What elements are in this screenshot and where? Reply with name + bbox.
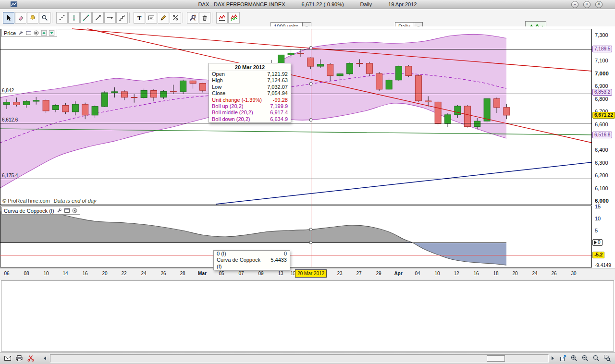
zoom-out-button[interactable] — [580, 353, 590, 363]
window-title: DAX - DAX PERFORMANCE-INDEX 6,671.22 (-0… — [0, 1, 615, 7]
chart-scrollbar[interactable] — [50, 354, 549, 363]
price-panel-header: Price — [1, 29, 57, 37]
eraser-tool[interactable] — [15, 12, 26, 24]
pointer-icon — [5, 14, 12, 22]
zoom-in-icon — [570, 354, 578, 362]
timeframe-label: Daily — [360, 1, 372, 7]
horizontal-ray-icon — [106, 14, 114, 22]
x-axis-label: 20 — [102, 271, 107, 276]
chart-canvas[interactable] — [0, 26, 592, 268]
x-axis-label: 20 — [512, 271, 517, 276]
tooltip-row-value: 7,054.94 — [267, 90, 288, 97]
x-axis-label: 12 — [454, 271, 459, 276]
x-axis-label: 18 — [493, 271, 498, 276]
price-panel-tri-down-button[interactable] — [49, 30, 55, 36]
tooltip-row: 0 (f)0 — [214, 251, 290, 257]
tooltip-row: Boll up (20,2)7,199.9 — [209, 103, 291, 109]
x-axis-label: 28 — [180, 271, 185, 276]
mail-button[interactable] — [3, 353, 12, 363]
detach-button[interactable]: ○ — [583, 1, 590, 8]
x-axis-label: 10 — [434, 271, 440, 276]
coppock-panel-wrench-button[interactable] — [56, 207, 62, 214]
price-panel-wrench-button[interactable] — [18, 30, 24, 36]
percent-line-tool[interactable] — [170, 12, 181, 24]
x-axis: 06081014162022242628Mar0507091315232729A… — [0, 268, 615, 280]
magnifier-tool[interactable] — [39, 12, 50, 24]
scroll-left-button[interactable] — [41, 353, 49, 363]
tri-down-icon — [49, 30, 55, 36]
tooltip-row-label: Curva de Coppock (f) — [217, 257, 263, 270]
axis-tick-label: -9.4149 — [595, 263, 611, 268]
coppock-panel-label: Curva de Coppock (f) — [4, 208, 54, 214]
wave-single-tool[interactable] — [216, 12, 228, 24]
price-panel-window-button[interactable] — [25, 30, 32, 36]
coppock-panel-close-circle-button[interactable] — [72, 207, 78, 214]
cut-red-button[interactable] — [26, 353, 36, 363]
wave-single-icon — [218, 14, 226, 22]
pencil-tool[interactable] — [158, 12, 169, 24]
arrow-line-tool[interactable] — [92, 12, 104, 24]
zoom-reset-icon — [592, 354, 600, 362]
x-axis-label: 30 — [571, 271, 576, 276]
text-tool[interactable]: T — [134, 12, 145, 24]
price-panel-label: Price — [4, 30, 16, 36]
multi-point-tool[interactable] — [56, 12, 68, 24]
alert-bell-icon — [29, 14, 37, 22]
tooltip-row: Open7,121.92 — [209, 71, 291, 77]
x-axis-label: 14 — [62, 271, 68, 276]
zoom-in-button[interactable] — [569, 353, 579, 363]
price-tooltip-title: 20 Mar 2012 — [209, 63, 291, 71]
axis-tick-label: 7,100 — [595, 58, 608, 63]
price-panel-tri-up-button[interactable] — [41, 30, 47, 36]
x-axis-label: 26 — [551, 271, 556, 276]
toolbar-separator — [212, 12, 215, 23]
trash-icon — [201, 14, 209, 22]
collapse-button[interactable]: ⌄ — [571, 1, 578, 8]
tooltip-row-label: Boll middle (20,2) — [212, 109, 253, 116]
x-axis-label: 13 — [278, 271, 283, 276]
vertical-line-tool[interactable] — [68, 12, 80, 24]
wave-multi-tool[interactable] — [228, 12, 240, 24]
price-panel-close-circle-button[interactable] — [33, 30, 39, 36]
pop-out-button[interactable] — [558, 353, 568, 363]
trend-line-tool[interactable] — [80, 12, 92, 24]
tooltip-row-label: High — [212, 77, 223, 84]
tools-tool[interactable] — [187, 12, 198, 24]
alert-bell-tool[interactable] — [27, 12, 38, 24]
data-note-text: Data is end of day — [54, 198, 97, 204]
tooltip-row-label: Unit change (-1.39%) — [212, 97, 262, 103]
horizontal-ray-tool[interactable] — [104, 12, 116, 24]
marker-triangle-icon — [594, 241, 597, 244]
axis-value-badge: 7,189.5 — [592, 46, 612, 52]
pointer-tool[interactable] — [3, 12, 14, 24]
close-button[interactable]: ✕ — [595, 1, 603, 8]
wave-multi-icon — [230, 14, 238, 22]
coppock-panel-window-button[interactable] — [64, 207, 70, 214]
x-axis-highlighted-date: 20 Mar 2012 — [295, 269, 327, 278]
application-window: DAX - DAX PERFORMANCE-INDEX 6,671.22 (-0… — [0, 0, 615, 364]
print-button[interactable] — [14, 353, 24, 363]
copyright-text: © ProRealTime.com — [2, 198, 50, 204]
x-axis-label: 22 — [121, 271, 126, 276]
tooltip-row-value: 5.4433 — [271, 257, 287, 270]
svg-text:T: T — [137, 14, 142, 22]
toolbar-separator — [52, 12, 55, 23]
note-tool[interactable] — [146, 12, 157, 24]
arrow-line-icon — [94, 14, 102, 22]
scrollbar-thumb[interactable] — [487, 355, 505, 362]
steps-line-tool[interactable] — [116, 12, 128, 24]
axis-tick-label: 10 — [595, 216, 601, 221]
close-circle-icon — [33, 30, 39, 36]
x-axis-label: 07 — [238, 271, 244, 276]
scroll-right-button[interactable] — [549, 353, 556, 363]
axis-value-badge: -5.2 — [592, 252, 604, 258]
x-axis-label: 10 — [43, 271, 49, 276]
tooltip-row: Curva de Coppock (f)5.4433 — [214, 257, 290, 270]
zoom-area-button[interactable] — [603, 353, 612, 363]
price-level-label: 6,175.4 — [2, 173, 18, 178]
zoom-reset-button[interactable] — [591, 353, 601, 363]
trash-tool[interactable] — [199, 12, 210, 24]
app-icon — [11, 1, 17, 8]
tooltip-row: Unit change (-1.39%)-99.28 — [209, 97, 291, 103]
toolbar-separator — [183, 12, 185, 23]
